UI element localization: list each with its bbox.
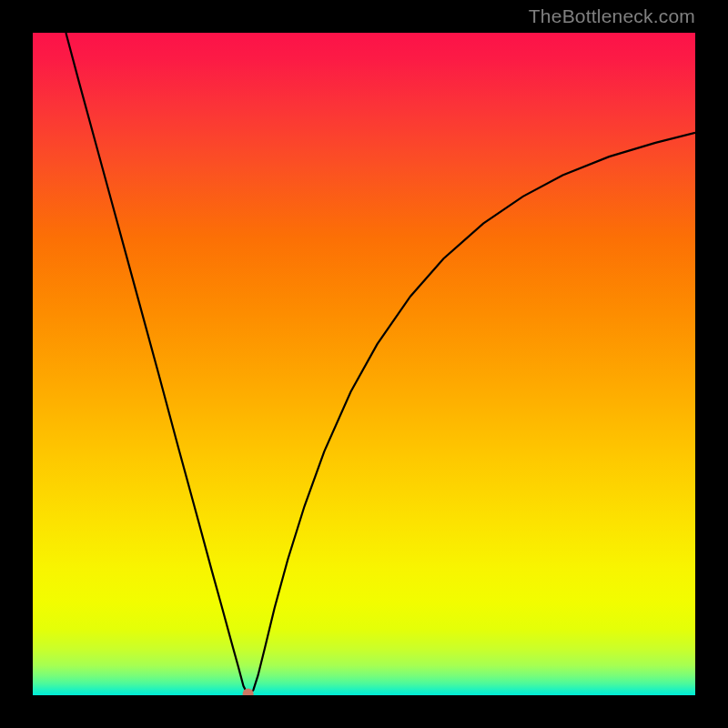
watermark: TheBottleneck.com <box>529 5 695 27</box>
plot-area <box>33 33 695 695</box>
chart-curve <box>66 33 695 693</box>
chart-overlay <box>33 33 695 695</box>
chart-figure: TheBottleneck.com <box>0 0 728 728</box>
